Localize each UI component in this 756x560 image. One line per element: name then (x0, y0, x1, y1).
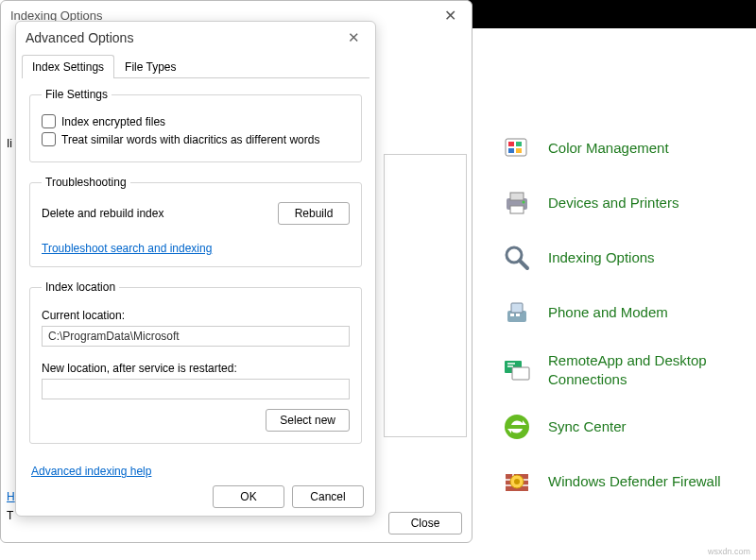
advanced-options-dialog: Advanced Options ✕ Index Settings File T… (15, 21, 376, 517)
ok-button[interactable]: OK (213, 485, 284, 508)
current-location-label: Current location: (42, 309, 350, 322)
rebuild-row: Delete and rebuild index Rebuild (42, 202, 350, 225)
remote-desktop-icon (501, 354, 533, 386)
new-location-label: New location, after service is restarted… (42, 362, 350, 375)
svg-point-24 (514, 479, 520, 484)
control-panel-list: Color Management Devices and Printers In… (501, 132, 737, 520)
cp-remoteapp[interactable]: RemoteApp and Desktop Connections (501, 351, 737, 388)
firewall-icon (501, 466, 533, 498)
rebuild-label: Delete and rebuild index (42, 207, 163, 220)
svg-rect-7 (510, 206, 524, 213)
cp-label: RemoteApp and Desktop Connections (548, 351, 737, 388)
tab-index-settings[interactable]: Index Settings (22, 55, 114, 78)
svg-rect-13 (510, 314, 514, 316)
dialog-close-button[interactable]: ✕ (342, 27, 366, 48)
svg-rect-2 (516, 142, 522, 146)
parent-listbox (384, 154, 467, 437)
index-location-legend: Index location (42, 280, 119, 294)
advanced-help-link[interactable]: Advanced indexing help (31, 465, 151, 478)
troubleshoot-link[interactable]: Troubleshoot search and indexing (42, 242, 212, 255)
phone-icon (501, 297, 533, 329)
index-encrypted-label: Index encrypted files (61, 115, 165, 128)
cp-label: Devices and Printers (548, 194, 679, 212)
search-icon (501, 242, 533, 274)
watermark: wsxdn.com (708, 547, 750, 556)
svg-rect-12 (511, 303, 523, 313)
new-location-field[interactable] (42, 379, 350, 399)
index-location-group: Index location Current location: New loc… (29, 280, 362, 444)
obscured-link[interactable]: H (7, 490, 15, 503)
cp-indexing-options[interactable]: Indexing Options (501, 242, 737, 274)
index-encrypted-checkbox[interactable] (42, 114, 56, 128)
svg-point-17 (505, 415, 529, 439)
svg-point-8 (523, 201, 525, 204)
sync-icon (501, 411, 533, 443)
diacritics-checkbox[interactable] (42, 132, 56, 146)
cp-defender-firewall[interactable]: Windows Defender Firewall (501, 466, 737, 498)
dialog-title: Advanced Options (26, 30, 133, 45)
color-management-icon (501, 132, 533, 164)
parent-close-button[interactable]: ✕ (438, 7, 462, 25)
cp-devices-printers[interactable]: Devices and Printers (501, 187, 737, 219)
diacritics-label: Treat similar words with diacritics as d… (61, 133, 319, 146)
svg-rect-14 (516, 314, 520, 316)
tab-strip: Index Settings File Types (22, 54, 369, 78)
troubleshooting-group: Troubleshooting Delete and rebuild index… (29, 176, 362, 267)
file-settings-group: File Settings Index encrypted files Trea… (29, 88, 362, 162)
close-button[interactable]: Close (388, 512, 462, 535)
cp-label: Sync Center (548, 417, 627, 436)
rebuild-button[interactable]: Rebuild (278, 202, 350, 225)
titlebar-black (468, 0, 756, 28)
cp-sync-center[interactable]: Sync Center (501, 411, 737, 443)
svg-rect-6 (510, 193, 524, 200)
select-new-button[interactable]: Select new (266, 409, 350, 432)
cp-label: Color Management (548, 139, 669, 158)
dialog-titlebar: Advanced Options ✕ (16, 22, 375, 54)
obscured-text-2: T (7, 509, 13, 522)
svg-rect-16 (512, 367, 529, 380)
file-settings-legend: File Settings (42, 88, 112, 101)
cancel-button[interactable]: Cancel (292, 485, 364, 508)
cp-phone-modem[interactable]: Phone and Modem (501, 297, 737, 329)
current-location-field (42, 326, 350, 347)
printer-icon (501, 187, 533, 219)
cp-label: Phone and Modem (548, 303, 668, 322)
tab-file-types[interactable]: File Types (114, 55, 186, 78)
cp-label: Indexing Options (548, 248, 655, 267)
encrypt-row: Index encrypted files (42, 114, 350, 128)
svg-rect-0 (506, 139, 526, 156)
troubleshooting-legend: Troubleshooting (42, 176, 130, 189)
svg-line-10 (520, 261, 527, 268)
svg-rect-4 (516, 148, 522, 153)
svg-rect-1 (508, 142, 514, 146)
dialog-footer: OK Cancel (213, 485, 364, 508)
cp-label: Windows Defender Firewall (548, 472, 721, 491)
dialog-body: File Settings Index encrypted files Trea… (16, 78, 375, 499)
obscured-text: Ii (7, 137, 12, 150)
svg-rect-3 (508, 148, 514, 153)
cp-color-management[interactable]: Color Management (501, 132, 737, 164)
diacritics-row: Treat similar words with diacritics as d… (42, 132, 350, 146)
